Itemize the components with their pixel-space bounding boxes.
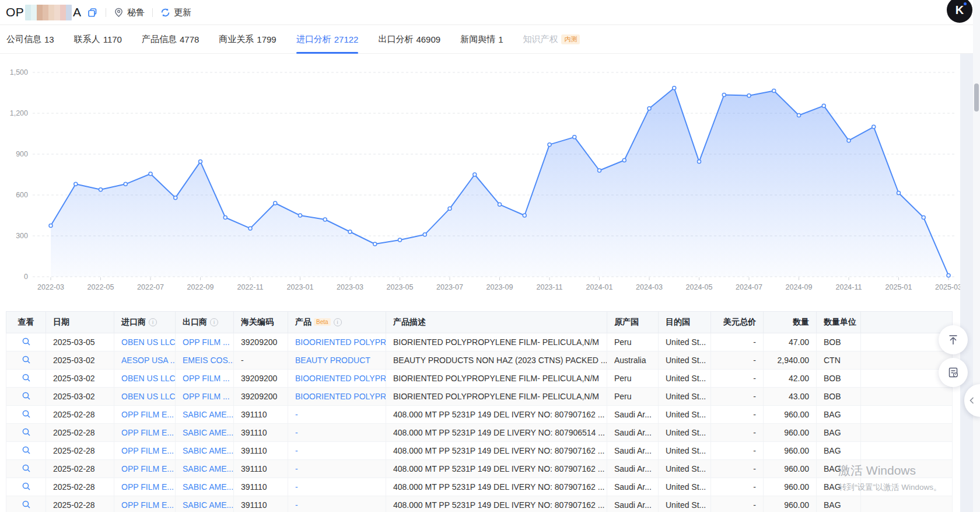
data-point-2025-01[interactable]	[897, 191, 901, 195]
exporter-link[interactable]: OPP FILM ...	[183, 374, 230, 383]
user-avatar[interactable]: K	[947, 0, 972, 23]
exporter-link[interactable]: SABIC AME...	[183, 410, 233, 419]
data-point-2023-07[interactable]	[448, 207, 452, 210]
tab-进口分析[interactable]: 进口分析27122	[296, 25, 359, 53]
tab-产品信息[interactable]: 产品信息4778	[142, 25, 199, 53]
data-point-2024-02[interactable]	[622, 159, 626, 162]
info-icon[interactable]: i	[334, 318, 342, 326]
data-point-2023-06[interactable]	[423, 233, 426, 236]
importer-link[interactable]: OBEN US LLC	[121, 392, 176, 401]
exporter-link[interactable]: OPP FILM ...	[183, 392, 230, 401]
exporter-link[interactable]: SABIC AME...	[183, 482, 233, 492]
view-details-button[interactable]	[22, 391, 31, 400]
tab-商业关系[interactable]: 商业关系1799	[219, 25, 276, 53]
data-point-2024-06[interactable]	[722, 93, 726, 97]
vertical-scrollbar[interactable]	[973, 0, 980, 512]
exporter-link[interactable]: SABIC AME...	[183, 500, 233, 510]
cell-unit: CTN	[817, 351, 861, 370]
data-point-2023-01[interactable]	[299, 214, 302, 217]
data-point-2022-06[interactable]	[124, 182, 127, 186]
info-icon[interactable]: i	[149, 318, 157, 326]
view-details-button[interactable]	[22, 464, 31, 473]
view-details-button[interactable]	[22, 409, 31, 419]
data-point-2022-10[interactable]	[223, 216, 227, 220]
tab-新闻舆情[interactable]: 新闻舆情1	[460, 25, 503, 53]
data-point-2022-11[interactable]	[249, 227, 252, 230]
product-link[interactable]: -	[295, 482, 298, 492]
scrollbar-thumb[interactable]	[974, 83, 979, 112]
data-point-2025-02[interactable]	[922, 216, 925, 220]
data-point-2022-08[interactable]	[174, 196, 177, 200]
view-details-button[interactable]	[22, 445, 31, 455]
data-point-2023-09[interactable]	[498, 203, 502, 206]
exporter-link[interactable]: EMEIS COS...	[183, 356, 234, 365]
data-point-2022-05[interactable]	[99, 188, 103, 191]
tab-出口分析[interactable]: 出口分析46909	[378, 25, 440, 53]
importer-link[interactable]: OPP FILM E...	[121, 500, 174, 510]
exporter-link[interactable]: OPP FILM ...	[183, 337, 230, 347]
data-point-2024-08[interactable]	[772, 89, 776, 93]
data-point-2022-12[interactable]	[274, 201, 277, 205]
product-link[interactable]: BEAUTY PRODUCT	[295, 356, 370, 365]
importer-link[interactable]: OPP FILM E...	[121, 446, 174, 455]
data-point-2023-05[interactable]	[398, 238, 402, 242]
product-link[interactable]: -	[295, 410, 298, 419]
info-icon[interactable]: i	[210, 318, 218, 326]
importer-link[interactable]: OPP FILM E...	[121, 428, 174, 437]
data-point-2023-02[interactable]	[323, 218, 327, 221]
data-point-2023-10[interactable]	[523, 214, 526, 217]
importer-link[interactable]: OBEN US LLC	[121, 374, 176, 383]
view-details-button[interactable]	[22, 482, 31, 491]
data-point-2023-03[interactable]	[348, 230, 352, 234]
data-point-2022-04[interactable]	[74, 182, 78, 186]
data-point-2023-04[interactable]	[373, 242, 377, 246]
view-details-button[interactable]	[22, 500, 31, 509]
data-point-2024-07[interactable]	[747, 94, 751, 97]
data-point-2023-11[interactable]	[548, 143, 551, 147]
redacted-block	[43, 5, 48, 20]
product-link[interactable]: -	[295, 446, 298, 455]
tab-公司信息[interactable]: 公司信息13	[6, 25, 54, 53]
view-details-button[interactable]	[22, 427, 31, 437]
importer-link[interactable]: OPP FILM E...	[121, 464, 174, 473]
product-link[interactable]: BIOORIENTED POLYPR...	[295, 374, 386, 383]
data-point-2022-07[interactable]	[149, 172, 152, 176]
exporter-link[interactable]: SABIC AME...	[183, 464, 233, 473]
data-point-2023-08[interactable]	[473, 173, 477, 176]
importer-link[interactable]: OPP FILM E...	[121, 482, 174, 492]
product-link[interactable]: BIOORIENTED POLYPR...	[295, 392, 386, 401]
feedback-report-button[interactable]	[939, 358, 968, 387]
tab-知识产权[interactable]: 知识产权内测	[523, 25, 580, 53]
back-to-top-button[interactable]	[939, 325, 968, 354]
data-point-2023-12[interactable]	[573, 135, 576, 139]
data-point-2024-10[interactable]	[822, 104, 825, 107]
data-point-2024-01[interactable]	[598, 169, 601, 172]
data-point-2024-09[interactable]	[797, 114, 801, 117]
update-button[interactable]: 更新	[160, 7, 191, 18]
product-link[interactable]: -	[295, 500, 298, 510]
importer-link[interactable]: AESOP USA ...	[121, 356, 176, 365]
view-details-button[interactable]	[22, 337, 31, 346]
data-point-2025-03[interactable]	[947, 274, 950, 277]
data-point-2024-05[interactable]	[698, 160, 701, 163]
importer-link[interactable]: OPP FILM E...	[121, 410, 174, 419]
cell-unit: BOB	[817, 388, 861, 406]
data-point-2024-12[interactable]	[872, 125, 876, 128]
data-point-2024-03[interactable]	[648, 107, 651, 110]
tab-联系人[interactable]: 联系人1170	[74, 25, 122, 53]
importer-link[interactable]: OBEN US LLC	[121, 337, 176, 347]
data-point-2022-03[interactable]	[49, 224, 52, 228]
product-link[interactable]: BIOORIENTED POLYPR...	[295, 337, 386, 347]
registered-country[interactable]: 秘鲁	[114, 7, 145, 18]
exporter-link[interactable]: SABIC AME...	[183, 428, 233, 437]
view-details-button[interactable]	[22, 355, 31, 364]
product-link[interactable]: -	[295, 464, 298, 473]
imports-trend-chart[interactable]: 03006009001,2001,5002022-032022-052022-0…	[0, 54, 960, 311]
view-details-button[interactable]	[22, 373, 31, 382]
exporter-link[interactable]: SABIC AME...	[183, 446, 233, 455]
data-point-2024-04[interactable]	[673, 86, 676, 90]
data-point-2024-11[interactable]	[847, 139, 850, 142]
product-link[interactable]: -	[295, 428, 298, 437]
copy-icon[interactable]	[87, 7, 98, 18]
data-point-2022-09[interactable]	[199, 160, 202, 163]
